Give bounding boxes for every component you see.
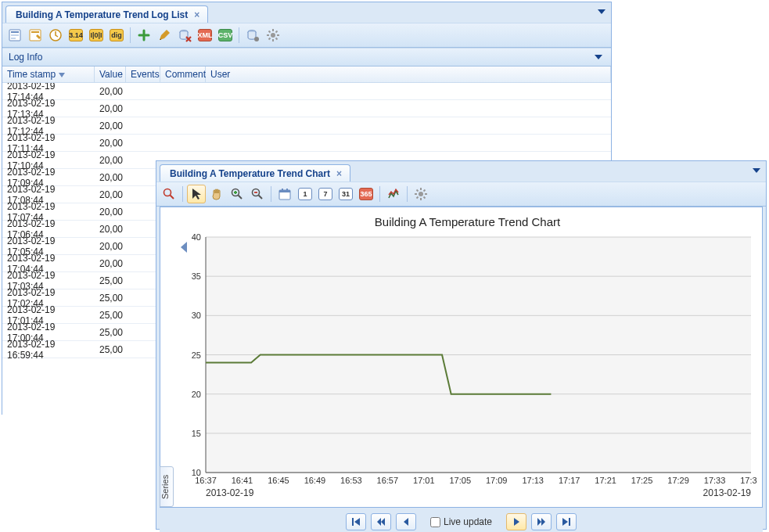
export-csv-icon[interactable]: CSV [216, 26, 235, 45]
svg-text:25: 25 [192, 350, 201, 360]
svg-rect-3 [11, 38, 16, 39]
cell-value: 20,00 [95, 241, 126, 252]
first-icon[interactable] [346, 513, 366, 530]
value-314-icon[interactable]: 3.14 [66, 26, 85, 45]
zoom-in-icon[interactable] [228, 185, 246, 203]
cell-value: 25,00 [95, 344, 126, 355]
cell-value: 20,00 [95, 172, 126, 183]
log-info-header: Log Info [2, 48, 611, 66]
close-icon[interactable]: × [194, 10, 199, 20]
collapse-button[interactable] [592, 51, 605, 63]
config-db-icon[interactable] [243, 26, 262, 45]
svg-point-18 [419, 192, 423, 196]
svg-text:15: 15 [192, 429, 201, 438]
cell-value: 20,00 [95, 120, 126, 131]
settings-gear-icon[interactable] [411, 185, 430, 203]
range-7-icon[interactable]: 7 [316, 185, 335, 203]
chart-tabstrip: Building A Temperature Trend Chart × [156, 161, 766, 182]
svg-rect-54 [352, 518, 354, 526]
clock-icon[interactable] [46, 26, 65, 45]
export-xml-icon[interactable]: XML [196, 26, 214, 45]
delete-db-icon[interactable] [175, 26, 194, 45]
pointer-arrow-icon[interactable] [187, 185, 206, 203]
svg-text:16:45: 16:45 [268, 476, 289, 485]
autorange-icon[interactable] [384, 185, 403, 203]
column-header-comment[interactable]: Comment [160, 66, 206, 82]
chart-title: Building A Temperature Trend Chart [178, 210, 757, 232]
dig-icon[interactable]: dig [107, 26, 126, 45]
cell-value: 20,00 [95, 224, 126, 235]
svg-text:17:01: 17:01 [413, 476, 435, 485]
rewind-icon[interactable] [371, 513, 391, 530]
svg-point-10 [271, 33, 275, 38]
fast-forward-icon[interactable] [531, 513, 552, 530]
panel-menu-button[interactable] [750, 164, 763, 177]
sort-desc-icon [59, 69, 65, 80]
series-tab[interactable]: Series [160, 466, 174, 507]
svg-rect-15 [279, 190, 290, 192]
tab-chart-label: Building A Temperature Trend Chart [170, 168, 330, 179]
range-31-icon[interactable]: 31 [336, 185, 355, 203]
edit-pencil-icon[interactable] [155, 26, 174, 45]
tab-chart[interactable]: Building A Temperature Trend Chart × [160, 164, 350, 182]
column-header-time[interactable]: Time stamp [2, 66, 95, 82]
svg-text:17:09: 17:09 [486, 476, 508, 485]
chart-plot[interactable]: 1015202530354016:3716:4116:4516:4916:531… [178, 234, 757, 504]
column-header-user[interactable]: User [206, 66, 611, 82]
add-plus-icon[interactable] [135, 26, 153, 45]
magnifier-search-icon[interactable] [160, 185, 178, 203]
chart-body: Series Building A Temperature Trend Char… [160, 207, 763, 508]
svg-text:17:37: 17:37 [740, 476, 757, 485]
chart-panel: Building A Temperature Trend Chart × 173… [156, 160, 767, 530]
svg-text:17:13: 17:13 [522, 476, 544, 485]
live-update-input[interactable] [430, 517, 440, 527]
svg-text:17:05: 17:05 [450, 476, 472, 485]
cell-value: 20,00 [95, 207, 126, 217]
svg-rect-5 [31, 31, 39, 33]
chart-area[interactable]: Building A Temperature Trend Chart 10152… [178, 210, 757, 504]
settings-gear-icon[interactable] [264, 26, 282, 45]
svg-text:20: 20 [192, 390, 201, 399]
cell-time: 2013-02-19 16:59:44 [2, 339, 95, 361]
svg-rect-1 [11, 31, 19, 33]
svg-text:35: 35 [192, 271, 201, 281]
range-1-icon[interactable]: 1 [296, 185, 314, 203]
svg-text:17:29: 17:29 [667, 476, 689, 485]
close-icon[interactable]: × [336, 169, 342, 178]
cell-value: 20,00 [95, 138, 126, 149]
cell-value: 20,00 [95, 258, 126, 269]
svg-rect-16 [282, 189, 283, 191]
column-header-events[interactable]: Events [126, 66, 160, 82]
cell-value: 20,00 [95, 86, 126, 97]
svg-text:16:57: 16:57 [377, 476, 399, 485]
range-365-icon[interactable]: 365 [357, 185, 376, 203]
step-back-icon[interactable] [396, 513, 416, 530]
column-headers: Time stamp Value Events Comment User [2, 66, 611, 83]
chart-toolbar: 1731365 [156, 182, 766, 207]
cell-value: 20,00 [95, 189, 126, 200]
io-icon[interactable]: I|0|I [87, 26, 106, 45]
svg-text:2013-02-19: 2013-02-19 [206, 487, 254, 498]
svg-point-11 [164, 189, 171, 196]
svg-text:17:25: 17:25 [631, 476, 653, 485]
hand-pan-icon[interactable] [207, 185, 226, 203]
column-header-value[interactable]: Value [95, 66, 126, 82]
play-icon[interactable] [506, 513, 526, 530]
cell-value: 25,00 [95, 310, 126, 321]
playback-bar: Live update [160, 511, 763, 532]
live-update-checkbox[interactable]: Live update [430, 516, 492, 527]
panel-menu-button[interactable] [595, 5, 608, 18]
edit-form-icon[interactable] [26, 26, 45, 45]
svg-rect-55 [569, 518, 570, 526]
cell-value: 25,00 [95, 293, 126, 304]
tab-log-list[interactable]: Building A Temperature Trend Log List × [5, 5, 208, 23]
svg-text:16:53: 16:53 [340, 476, 362, 485]
last-icon[interactable] [556, 513, 577, 530]
zoom-out-icon[interactable] [248, 185, 267, 203]
cell-value: 25,00 [95, 327, 126, 338]
svg-point-9 [254, 37, 259, 41]
calendar-icon[interactable] [275, 185, 294, 203]
svg-text:17:17: 17:17 [559, 476, 580, 485]
svg-text:16:41: 16:41 [232, 476, 253, 485]
form-icon[interactable] [5, 26, 24, 45]
